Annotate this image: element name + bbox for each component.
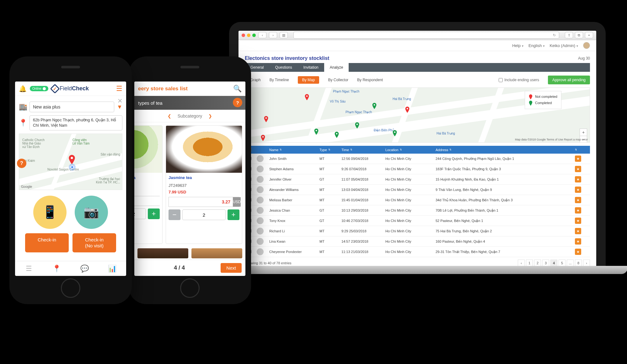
col-address[interactable]: Address⇅ <box>436 148 575 152</box>
subcategory-selector[interactable]: ❮ Subcategory ❯ <box>134 110 245 122</box>
map-panel[interactable]: Phạm Ngọc Thạch Võ Thị Sáu Phạm Ngọc Thạ… <box>245 87 590 143</box>
bookmark-icon[interactable]: ★ <box>575 218 581 224</box>
minimize-window-icon[interactable] <box>247 34 250 37</box>
page-next[interactable]: › <box>583 260 590 266</box>
photo-button[interactable]: 📷 <box>75 196 108 229</box>
page-number[interactable]: 1 <box>526 260 533 266</box>
map-pin-green[interactable] <box>393 130 397 136</box>
thumbnail[interactable] <box>191 248 242 258</box>
notification-bell-icon[interactable]: 🔔 <box>19 85 27 92</box>
map-pin-red[interactable] <box>264 116 268 122</box>
page-number[interactable]: 8 <box>575 260 582 266</box>
map-pin-green[interactable] <box>335 132 339 138</box>
table-row[interactable]: Stephen AdamsMT9:26 07/04/2018Ho Chi Min… <box>245 164 590 174</box>
address-bar[interactable]: ↻ <box>293 32 559 39</box>
menu-icon[interactable]: ☰ <box>116 85 122 93</box>
table-row[interactable]: Melissa BarberMT15:45 01/04/2018Ho Chi M… <box>245 195 590 205</box>
close-icon[interactable]: × <box>118 96 122 106</box>
mini-map[interactable]: Catholic Church Nhà thờ Giáo xứ Tân Định… <box>19 134 122 190</box>
bookmark-icon[interactable]: ★ <box>575 228 581 234</box>
tabs-icon[interactable]: ⧉ <box>575 32 583 38</box>
back-button[interactable]: ‹ <box>258 32 266 38</box>
current-user[interactable]: Keiko (Admin)▼ <box>549 43 579 48</box>
language-selector[interactable]: English▼ <box>528 43 545 48</box>
quantity-plus-button[interactable]: + <box>148 208 160 219</box>
zoom-in-button[interactable]: + <box>580 129 587 136</box>
include-ending-checkbox[interactable]: Include ending users <box>499 78 539 82</box>
table-row[interactable]: John SmithMT12:56 09/04/2018Ho Chi Minh … <box>245 154 590 164</box>
bookmark-icon[interactable]: ★ <box>575 156 581 162</box>
page-prev[interactable]: ‹ <box>518 260 525 266</box>
product-card[interactable]: een tea 6 USD 2 + <box>134 125 163 244</box>
nav-stats-icon[interactable]: 📊 <box>99 261 126 276</box>
page-number[interactable]: 4 <box>550 260 557 266</box>
col-time[interactable]: Time⇅ <box>341 148 385 152</box>
bookmark-icon[interactable]: ★ <box>575 249 581 255</box>
table-row[interactable]: Lina KwanMT14:57 23/03/2018Ho Chi Minh C… <box>245 236 590 247</box>
subtab-by-collector[interactable]: By Collector <box>328 78 348 82</box>
new-tab-icon[interactable]: + <box>585 32 593 38</box>
table-row[interactable]: Alexander WilliamsMT13:03 04/04/2018Ho C… <box>245 185 590 195</box>
col-name[interactable]: Name⇅ <box>269 148 319 152</box>
bookmark-icon[interactable]: ★ <box>575 238 581 245</box>
share-icon[interactable]: ⇪ <box>565 32 573 38</box>
page-number[interactable]: 3 <box>542 260 549 266</box>
subtab-by-respondent[interactable]: By Respondent <box>357 78 383 82</box>
page-number[interactable]: 2 <box>534 260 541 266</box>
col-location[interactable]: Location⇅ <box>385 148 436 152</box>
bookmark-icon[interactable]: ★ <box>575 176 581 182</box>
quantity-plus-button[interactable]: + <box>228 209 239 220</box>
nav-map-icon[interactable]: 📍 <box>43 261 71 276</box>
close-window-icon[interactable] <box>242 34 245 37</box>
price-input[interactable] <box>134 196 163 206</box>
tab-analyze[interactable]: Analyze <box>324 63 349 72</box>
next-button[interactable]: Next <box>221 263 242 273</box>
help-icon[interactable]: ? <box>17 159 26 168</box>
checkin-no-visit-button[interactable]: Check-in (No visit) <box>72 233 116 253</box>
thumbnail[interactable] <box>137 248 188 258</box>
bookmark-icon[interactable]: ★ <box>575 207 581 214</box>
map-pin-red[interactable] <box>405 107 410 113</box>
subtab-by-timeline[interactable]: By Timeline <box>270 78 289 82</box>
col-type[interactable]: Type⇅ <box>319 148 341 152</box>
page-number[interactable]: ... <box>567 260 574 266</box>
bookmark-icon[interactable]: ★ <box>575 197 581 203</box>
map-pin-red[interactable] <box>261 135 265 141</box>
tab-invitation[interactable]: Invitation <box>298 63 324 72</box>
maximize-window-icon[interactable] <box>252 34 256 37</box>
table-row[interactable]: Jessica ChanGT10:13 29/03/2018Ho Chi Min… <box>245 205 590 216</box>
map-pin-green[interactable] <box>314 129 319 135</box>
forward-button[interactable]: › <box>269 32 277 38</box>
product-card[interactable]: Jasmine tea JT249637 7.99 USD USD − 2 + <box>166 125 242 244</box>
nav-chat-icon[interactable]: 💬 <box>71 261 99 276</box>
table-row[interactable]: Tony KnoxGT10:46 27/03/2018Ho Chi Minh C… <box>245 216 590 226</box>
quantity-value[interactable]: 2 <box>134 208 146 219</box>
map-pin-green[interactable] <box>372 103 377 109</box>
reload-icon[interactable]: ↻ <box>553 33 556 37</box>
address-field[interactable]: 62b Phạm Ngọc Thạch, phường 6, Quận 3, H… <box>29 115 122 130</box>
table-row[interactable]: Jennifer OliverGT11:07 05/04/2018Ho Chi … <box>245 174 590 185</box>
brand-logo[interactable]: FieldCheck <box>51 85 89 92</box>
help-link[interactable]: Help▼ <box>512 43 524 48</box>
checkin-button[interactable]: Check-in <box>25 233 69 253</box>
help-icon[interactable]: ? <box>233 98 242 107</box>
subtab-by-map[interactable]: By Map <box>298 76 319 84</box>
search-icon[interactable]: 🔍 <box>233 85 242 93</box>
tab-questions[interactable]: Questions <box>270 63 298 72</box>
nav-list-icon[interactable]: ☰ <box>15 261 43 276</box>
table-row[interactable]: Richard LiMT9:29 25/03/2018Ho Chi Minh C… <box>245 226 590 236</box>
sidebar-toggle-icon[interactable]: ▥ <box>280 32 288 38</box>
map-pin-green[interactable] <box>355 122 359 129</box>
map-pin-red[interactable] <box>305 94 309 100</box>
bookmark-icon[interactable]: ★ <box>575 166 581 172</box>
bookmark-icon[interactable]: ★ <box>575 187 581 193</box>
quantity-value[interactable]: 2 <box>182 209 226 220</box>
store-select[interactable]: New asia plus <box>29 102 114 112</box>
selfie-button[interactable]: 📱 <box>33 196 67 229</box>
avatar[interactable] <box>583 42 590 49</box>
approve-all-button[interactable]: Approve all pending <box>548 76 590 84</box>
page-number[interactable]: 5 <box>559 260 565 266</box>
table-row[interactable]: Cheyenne PondexterMT11:13 21/03/2018Ho C… <box>245 247 590 257</box>
chevron-left-icon[interactable]: ❮ <box>168 113 171 119</box>
price-input[interactable] <box>169 197 233 207</box>
